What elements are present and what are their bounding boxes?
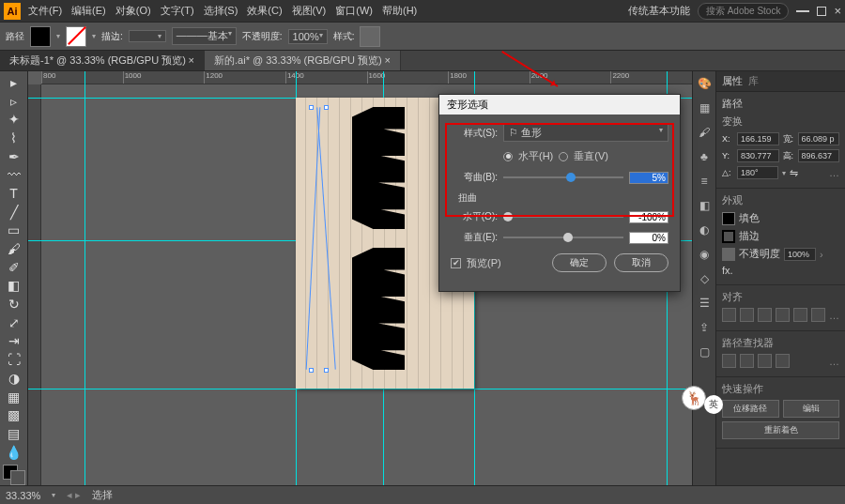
appearance-panel-icon[interactable]: ◉ [696,246,713,263]
line-tool[interactable]: ╱ [2,203,26,221]
layers-panel-icon[interactable]: ☰ [696,295,713,312]
menu-window[interactable]: 窗口(W) [335,4,373,18]
panel-tab-properties[interactable]: 属性 [722,75,743,86]
anchor-point[interactable] [309,368,314,373]
x-input[interactable]: 166.159 [737,132,779,145]
type-tool[interactable]: T [2,184,26,203]
anchor-point[interactable] [324,368,329,373]
edit-button[interactable]: 编辑 [783,400,840,418]
eyedropper-tool[interactable]: 💧 [2,443,26,462]
menu-select[interactable]: 选择(S) [204,4,238,18]
selection-tool[interactable]: ▸ [2,73,26,92]
gradient-panel-icon[interactable]: ◧ [696,197,713,214]
eraser-tool[interactable]: ◧ [2,277,26,296]
panel-tab-libraries[interactable]: 库 [748,75,759,86]
mesh-tool[interactable]: ▩ [2,405,26,424]
vertical-ruler[interactable] [28,84,41,485]
opacity-input[interactable]: 100% [784,248,816,261]
minimize-icon[interactable] [796,10,809,12]
offset-path-button[interactable]: 位移路径 [722,400,779,418]
rotate-tool[interactable]: ↻ [2,295,26,313]
document-tab[interactable]: 未标题-1* @ 33.33% (RGB/GPU 预览) × [0,51,205,70]
pathfinder-minus-button[interactable] [740,354,754,368]
search-input[interactable]: 搜索 Adobe Stock [698,3,789,20]
y-input[interactable]: 830.777 [737,149,779,162]
menu-file[interactable]: 文件(F) [28,4,62,18]
rectangle-tool[interactable]: ▭ [2,221,26,240]
close-icon[interactable]: × [834,4,841,18]
align-left-button[interactable] [722,308,736,322]
flip-h-icon[interactable]: ⇋ [790,167,798,179]
artboards-panel-icon[interactable]: ▢ [696,344,713,360]
vdist-value-input[interactable]: 0% [629,232,668,244]
menu-edit[interactable]: 编辑(E) [71,4,106,18]
paintbrush-tool[interactable]: 🖌 [2,239,26,258]
menu-type[interactable]: 文字(T) [161,4,194,18]
fill-swatch[interactable] [722,212,735,225]
pen-tool[interactable]: ✒ [2,147,26,166]
stroke-swatch[interactable] [722,230,735,243]
symbols-panel-icon[interactable]: ♣ [696,148,713,165]
brush-definition-select[interactable]: ———基本▾ [172,27,237,45]
document-tab[interactable]: 新的.ai* @ 33.33% (RGB/GPU 预览) × [205,51,401,70]
opacity-swatch[interactable] [722,248,735,261]
anchor-point[interactable] [324,105,329,110]
perspective-tool[interactable]: ▦ [2,388,26,406]
cancel-button[interactable]: 取消 [614,253,668,272]
maximize-icon[interactable] [817,7,826,16]
horizontal-ruler[interactable]: 800 1000 1200 1400 1600 1800 2000 2200 [41,71,692,84]
shape-builder-tool[interactable]: ◑ [2,369,26,388]
shaper-tool[interactable]: ✐ [2,258,26,277]
align-bottom-button[interactable] [811,308,825,322]
anchor-point[interactable] [309,105,314,110]
fill-stroke-indicator[interactable] [3,465,25,484]
selected-path[interactable] [316,107,336,369]
align-hcenter-button[interactable] [740,308,754,322]
vdist-slider[interactable] [503,237,623,238]
magic-wand-tool[interactable]: ✦ [2,110,26,129]
stroke-weight-input[interactable]: ▾ [129,30,166,42]
recolor-button[interactable]: 重新着色 [722,421,839,439]
menu-help[interactable]: 帮助(H) [382,4,417,18]
chevron-down-icon[interactable]: ▾ [56,32,60,40]
fx-button[interactable]: fx. [722,265,733,276]
rotate-input[interactable]: 180° [737,166,778,179]
dialog-title[interactable]: 变形选项 [439,95,680,115]
w-input[interactable]: 66.089 p [798,132,840,145]
menu-object[interactable]: 对象(O) [115,4,151,18]
stroke-panel-icon[interactable]: ≡ [696,173,713,190]
preview-checkbox[interactable]: ✔ [451,258,461,268]
fill-swatch[interactable] [30,26,51,47]
pathfinder-exclude-button[interactable] [776,354,790,368]
graphic-styles-panel-icon[interactable]: ◇ [696,270,713,287]
menu-effect[interactable]: 效果(C) [247,4,282,18]
stroke-swatch[interactable] [66,26,86,47]
pathfinder-intersect-button[interactable] [758,354,772,368]
h-input[interactable]: 896.637 [798,149,840,162]
close-icon[interactable]: × [384,54,390,66]
align-right-button[interactable] [758,308,772,322]
free-transform-tool[interactable]: ⛶ [2,350,26,369]
align-vcenter-button[interactable] [793,308,807,322]
guide-line[interactable] [84,71,85,485]
scale-tool[interactable]: ⤢ [2,313,26,332]
gradient-tool[interactable]: ▤ [2,424,26,443]
color-panel-icon[interactable]: 🎨 [696,75,713,92]
brushes-panel-icon[interactable]: 🖌 [696,124,713,141]
ok-button[interactable]: 确定 [552,253,607,272]
swatches-panel-icon[interactable]: ▦ [696,99,713,116]
direct-selection-tool[interactable]: ▹ [2,92,26,111]
lasso-tool[interactable]: ⌇ [2,129,26,147]
align-top-button[interactable] [776,308,790,322]
opacity-input[interactable]: 100%▾ [288,29,328,44]
menu-view[interactable]: 视图(V) [292,4,327,18]
zoom-level[interactable]: 33.33% [6,490,40,501]
curvature-tool[interactable]: 〰 [2,165,26,184]
graphic-style-swatch[interactable] [360,26,380,47]
close-icon[interactable]: × [189,54,194,66]
selected-path[interactable] [306,107,321,370]
guide-line[interactable] [28,389,692,389]
pathfinder-unite-button[interactable] [722,354,736,368]
asset-export-panel-icon[interactable]: ⇪ [696,319,713,336]
width-tool[interactable]: ⇥ [2,332,26,351]
